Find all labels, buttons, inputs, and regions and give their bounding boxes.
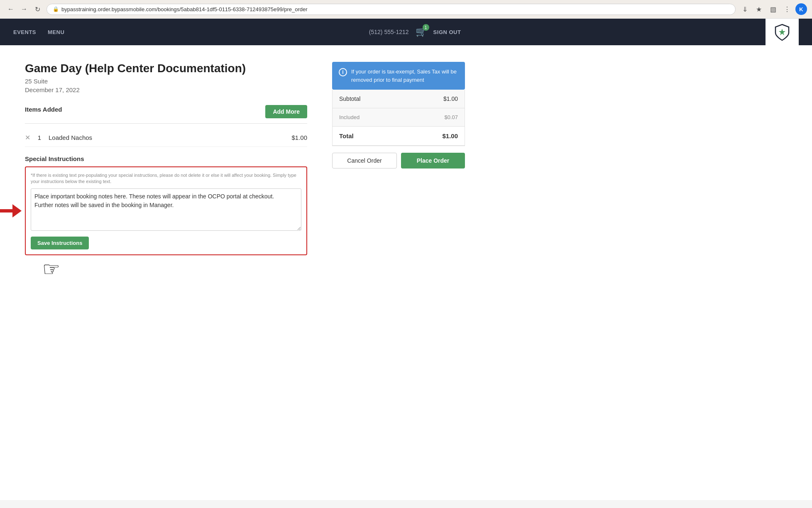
instructions-warning-text: *If there is existing text pre-populatin…: [31, 172, 301, 185]
cart-button[interactable]: 🛒 1: [416, 27, 427, 37]
profile-avatar[interactable]: K: [795, 3, 807, 15]
instructions-textarea[interactable]: [31, 188, 301, 231]
shield-logo-icon: [773, 23, 791, 41]
tax-notice-text: If your order is tax-exempt, Sales Tax w…: [351, 68, 458, 84]
browser-menu-icon[interactable]: ⋮: [781, 3, 793, 15]
browser-chrome: ← → ↻ 🔒 bypasstraining.order.bypassmobil…: [0, 0, 812, 19]
url-text: bypasstraining.order.bypassmobile.com/bo…: [61, 6, 308, 12]
back-button[interactable]: ←: [5, 3, 17, 15]
main-content: Game Day (Help Center Documentation) 25 …: [0, 45, 812, 500]
special-instructions-section: Special Instructions *If there is existi…: [25, 155, 307, 255]
arrow-head: [12, 204, 22, 217]
instructions-wrapper: *If there is existing text pre-populatin…: [25, 166, 307, 255]
instructions-label: Special Instructions: [25, 155, 307, 162]
browser-actions: ⇓ ★ ▧ ⋮ K: [739, 3, 807, 15]
nav-events[interactable]: EVENTS: [13, 29, 36, 35]
items-section-header: Items Added Add More: [25, 105, 307, 124]
order-item: ✕ 1 Loaded Nachos $1.00: [25, 129, 307, 147]
browser-nav-buttons: ← → ↻: [5, 3, 43, 15]
place-order-button[interactable]: Place Order: [401, 153, 465, 169]
info-icon: i: [339, 68, 347, 76]
bookmark-icon[interactable]: ★: [753, 3, 765, 15]
phone-number: (512) 555-1212: [369, 29, 409, 35]
included-row: Included $0.07: [333, 108, 465, 127]
cancel-order-button[interactable]: Cancel Order: [332, 153, 397, 169]
download-icon[interactable]: ⇓: [739, 3, 751, 15]
included-label: Included: [339, 114, 360, 120]
app-header: EVENTS MENU (512) 555-1212 🛒 1 SIGN OUT: [0, 19, 812, 45]
shield-badge: [766, 19, 799, 45]
total-value: $1.00: [442, 132, 458, 139]
instructions-highlight-box: *If there is existing text pre-populatin…: [25, 166, 307, 255]
arrow-shaft: [0, 209, 12, 212]
item-quantity: 1: [35, 134, 44, 141]
main-nav: EVENTS MENU: [13, 29, 64, 35]
header-right: (512) 555-1212 🛒 1 SIGN OUT: [369, 27, 461, 37]
reload-button[interactable]: ↻: [32, 3, 43, 15]
cursor-hand-annotation: ☜: [42, 259, 60, 279]
add-more-button[interactable]: Add More: [265, 105, 307, 118]
sign-out-button[interactable]: SIGN OUT: [433, 29, 461, 35]
save-instructions-button[interactable]: Save Instructions: [31, 237, 89, 249]
address-bar[interactable]: 🔒 bypasstraining.order.bypassmobile.com/…: [46, 4, 736, 15]
lock-icon: 🔒: [53, 6, 59, 12]
nav-menu[interactable]: MENU: [48, 29, 64, 35]
included-value: $0.07: [444, 114, 458, 120]
items-section-label: Items Added: [25, 106, 62, 113]
subtotal-value: $1.00: [443, 95, 458, 102]
total-label: Total: [339, 132, 354, 139]
tax-notice-banner: i If your order is tax-exempt, Sales Tax…: [332, 62, 465, 90]
subtotal-label: Subtotal: [339, 95, 360, 102]
event-suite: 25 Suite: [25, 78, 307, 85]
total-row: Total $1.00: [333, 127, 465, 146]
left-panel: Game Day (Help Center Documentation) 25 …: [25, 62, 307, 484]
red-arrow-annotation: [0, 204, 22, 217]
extensions-icon[interactable]: ▧: [767, 3, 779, 15]
order-summary: Subtotal $1.00 Included $0.07 Total $1.0…: [332, 90, 465, 146]
subtotal-row: Subtotal $1.00: [333, 90, 465, 108]
event-title: Game Day (Help Center Documentation): [25, 62, 307, 75]
forward-button[interactable]: →: [18, 3, 30, 15]
item-remove-button[interactable]: ✕: [25, 134, 30, 142]
svg-marker-0: [779, 29, 785, 35]
order-actions: Cancel Order Place Order: [332, 153, 465, 169]
right-panel: i If your order is tax-exempt, Sales Tax…: [332, 62, 465, 484]
item-name: Loaded Nachos: [49, 134, 286, 141]
cart-badge: 1: [423, 24, 429, 31]
item-price: $1.00: [291, 134, 307, 141]
event-date: December 17, 2022: [25, 86, 307, 93]
